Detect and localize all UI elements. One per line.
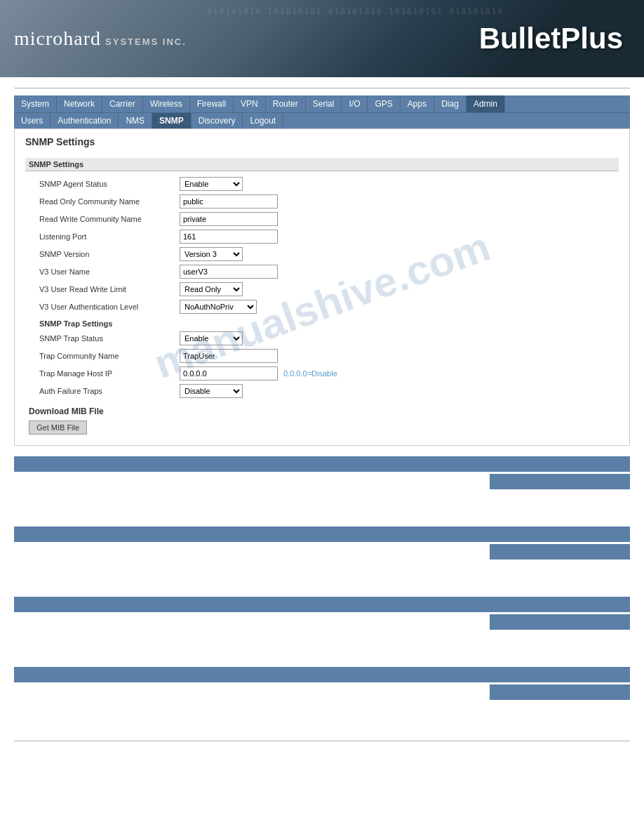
- settings-panel: SNMP Settings SNMP Settings SNMP Agent S…: [14, 128, 630, 446]
- product-name: BulletPlus: [479, 22, 623, 55]
- nav-discovery[interactable]: Discovery: [192, 113, 243, 128]
- blue-section-2: [14, 527, 630, 586]
- v3-auth-level-row: V3 User Authentication Level NoAuthNoPri…: [25, 300, 619, 314]
- readonly-community-input[interactable]: [180, 194, 278, 208]
- nav-logout[interactable]: Logout: [243, 113, 283, 128]
- blue-bar-1: [14, 456, 630, 472]
- blue-bar-small-3: [490, 614, 630, 630]
- logo-systems: SYSTEMS INC.: [105, 37, 187, 47]
- blue-content-3: [14, 614, 630, 656]
- download-section: Download MIB File Get MIB File: [25, 406, 619, 435]
- auth-failure-select[interactable]: Enable Disable: [180, 384, 243, 398]
- agent-status-select[interactable]: Enable Disable: [180, 177, 243, 191]
- listening-port-input[interactable]: [180, 230, 278, 244]
- v3-read-limit-select[interactable]: Read Only Read Write: [180, 282, 243, 296]
- readonly-community-row: Read Only Community Name: [25, 194, 619, 208]
- trap-section-title: SNMP Trap Settings: [25, 319, 619, 328]
- nav-gps[interactable]: GPS: [368, 95, 400, 112]
- blue-bar-small-4: [490, 684, 630, 700]
- agent-status-label: SNMP Agent Status: [39, 180, 180, 188]
- nav-nms[interactable]: NMS: [119, 113, 152, 128]
- readwrite-community-label: Read Write Community Name: [39, 215, 180, 223]
- v3-username-row: V3 User Name: [25, 265, 619, 279]
- auth-failure-row: Auth Failure Traps Enable Disable: [25, 384, 619, 398]
- nav-system[interactable]: System: [14, 95, 57, 112]
- nav-serial[interactable]: Serial: [306, 95, 342, 112]
- blue-bar-2: [14, 527, 630, 542]
- nav-diag[interactable]: Diag: [434, 95, 467, 112]
- nav-network[interactable]: Network: [57, 95, 102, 112]
- page-title: SNMP Settings: [25, 136, 619, 151]
- snmp-section-title: SNMP Settings: [25, 158, 619, 171]
- trap-host-label: Trap Manage Host IP: [39, 369, 180, 378]
- trap-status-row: SNMP Trap Status Enable Disable: [25, 331, 619, 345]
- blue-section-4: [14, 667, 630, 727]
- nav-router[interactable]: Router: [266, 95, 306, 112]
- blue-bar-small-1: [490, 474, 630, 489]
- snmp-version-select[interactable]: Version 1 Version 2 Version 3: [180, 247, 243, 261]
- trap-host-input[interactable]: [180, 366, 278, 380]
- nav-secondary: Users Authentication NMS SNMP Discovery …: [14, 112, 630, 128]
- trap-community-input[interactable]: [180, 349, 278, 363]
- nav-authentication[interactable]: Authentication: [51, 113, 119, 128]
- nav-vpn[interactable]: VPN: [234, 95, 266, 112]
- v3-username-input[interactable]: [180, 265, 278, 279]
- nav-carrier[interactable]: Carrier: [102, 95, 143, 112]
- header: microhard SYSTEMS INC. BulletPlus: [0, 0, 644, 77]
- readwrite-community-input[interactable]: [180, 212, 278, 226]
- trap-host-note: 0.0.0.0=Disable: [283, 369, 337, 378]
- blue-content-1: [14, 474, 630, 516]
- nav-users[interactable]: Users: [14, 113, 51, 128]
- download-title: Download MIB File: [29, 406, 619, 416]
- nav-firewall[interactable]: Firewall: [190, 95, 234, 112]
- logo-microhard: microhard: [14, 27, 101, 50]
- nav-apps[interactable]: Apps: [401, 95, 434, 112]
- snmp-version-label: SNMP Version: [39, 250, 180, 258]
- blue-bar-4: [14, 667, 630, 682]
- blue-content-2: [14, 544, 630, 586]
- trap-community-row: Trap Community Name: [25, 349, 619, 363]
- blue-bar-small-2: [490, 544, 630, 560]
- nav-snmp[interactable]: SNMP: [152, 113, 192, 128]
- v3-auth-level-label: V3 User Authentication Level: [39, 303, 180, 311]
- readwrite-community-row: Read Write Community Name: [25, 212, 619, 226]
- blue-section-1: [14, 456, 630, 516]
- listening-port-label: Listening Port: [39, 232, 180, 241]
- trap-community-label: Trap Community Name: [39, 352, 180, 360]
- snmp-version-row: SNMP Version Version 1 Version 2 Version…: [25, 247, 619, 261]
- agent-status-row: SNMP Agent Status Enable Disable: [25, 177, 619, 191]
- top-separator: [14, 88, 630, 88]
- nav-wireless[interactable]: Wireless: [143, 95, 190, 112]
- get-mib-button[interactable]: Get MIB File: [29, 421, 87, 435]
- trap-host-row: Trap Manage Host IP 0.0.0.0=Disable: [25, 366, 619, 380]
- nav-admin[interactable]: Admin: [467, 95, 505, 112]
- blue-content-4: [14, 684, 630, 727]
- trap-status-select[interactable]: Enable Disable: [180, 331, 243, 345]
- v3-auth-level-select[interactable]: NoAuthNoPriv AuthNoPriv AuthPriv: [180, 300, 257, 314]
- footer-separator: [14, 741, 630, 741]
- readonly-community-label: Read Only Community Name: [39, 197, 180, 206]
- nav-primary: System Network Carrier Wireless Firewall…: [14, 95, 630, 112]
- main-content: System Network Carrier Wireless Firewall…: [0, 95, 644, 727]
- blue-section-3: [14, 597, 630, 656]
- v3-read-limit-label: V3 User Read Write Limit: [39, 285, 180, 293]
- v3-username-label: V3 User Name: [39, 267, 180, 276]
- trap-status-label: SNMP Trap Status: [39, 334, 180, 343]
- listening-port-row: Listening Port: [25, 230, 619, 244]
- blue-bar-3: [14, 597, 630, 612]
- auth-failure-label: Auth Failure Traps: [39, 387, 180, 395]
- v3-read-limit-row: V3 User Read Write Limit Read Only Read …: [25, 282, 619, 296]
- header-logo: microhard SYSTEMS INC.: [14, 27, 187, 50]
- nav-io[interactable]: I/O: [342, 95, 368, 112]
